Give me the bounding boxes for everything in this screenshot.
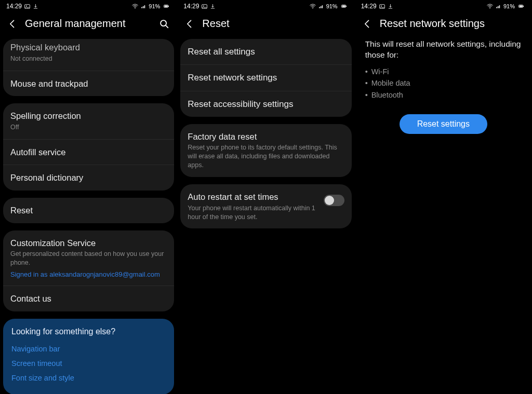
item-autofill-service[interactable]: Autofill service (3, 139, 174, 165)
suggestion-link-navigation-bar[interactable]: Navigation bar (11, 342, 166, 356)
signal-icon (318, 3, 325, 10)
reset-settings-button[interactable]: Reset settings (400, 114, 487, 134)
back-button[interactable] (184, 19, 195, 29)
group-factory-reset: Factory data reset Reset your phone to i… (180, 124, 351, 177)
group-text-input: Spelling correction Off Autofill service… (3, 103, 174, 191)
item-subtitle: Not connected (10, 55, 167, 63)
status-bar: 14:29 91% (0, 0, 177, 12)
gallery-icon (201, 3, 208, 10)
page-title: Reset network settings (380, 18, 525, 30)
item-subtitle: Your phone will restart automatically wi… (188, 204, 318, 222)
screen-reset-network-settings: 14:29 91% Reset network settings This wi… (355, 0, 532, 394)
item-account-link[interactable]: Signed in as aleksandarognjanovic89@gmai… (10, 270, 167, 278)
list-item: Wi-Fi (365, 66, 522, 77)
status-time: 14:29 (361, 3, 377, 10)
reset-network-description: This will reset all network settings, in… (365, 39, 522, 61)
auto-restart-toggle[interactable] (324, 195, 344, 206)
header: Reset (177, 12, 354, 39)
back-button[interactable] (362, 19, 373, 29)
item-title: Mouse and trackpad (10, 78, 167, 89)
item-title: Reset network settings (188, 72, 344, 83)
page-title: Reset (202, 18, 347, 30)
status-time: 14:29 (6, 3, 22, 10)
item-factory-data-reset[interactable]: Factory data reset Reset your phone to i… (180, 124, 351, 177)
header: General management (0, 12, 177, 39)
battery-icon (162, 3, 171, 9)
item-title: Contact us (10, 293, 167, 304)
suggestion-link-screen-timeout[interactable]: Screen timeout (11, 356, 166, 371)
list-item: Mobile data (365, 77, 522, 89)
battery-icon (339, 3, 349, 9)
page-title: General management (25, 18, 151, 30)
status-bar: 14:29 91% (355, 0, 532, 12)
item-title: Reset all settings (188, 46, 344, 57)
suggestions-heading: Looking for something else? (11, 327, 166, 336)
item-spelling-correction[interactable]: Spelling correction Off (3, 103, 174, 139)
gallery-icon (24, 3, 31, 10)
item-title: Customization Service (10, 238, 167, 249)
screen-general-management: 14:29 91% General management Physical ke… (0, 0, 177, 394)
item-title: Spelling correction (10, 111, 167, 121)
back-button[interactable] (7, 19, 18, 29)
battery-icon (516, 3, 526, 9)
item-subtitle: Off (10, 123, 167, 132)
item-title: Reset accessibility settings (188, 99, 344, 110)
suggestions-card: Looking for something else? Navigation b… (3, 319, 174, 395)
item-reset-accessibility-settings[interactable]: Reset accessibility settings (180, 91, 351, 117)
item-personal-dictionary[interactable]: Personal dictionary (3, 165, 174, 191)
download-icon (33, 4, 38, 9)
wifi-icon (486, 3, 494, 10)
download-icon (388, 4, 393, 9)
item-physical-keyboard[interactable]: Physical keyboard Not connected (3, 39, 174, 71)
search-button[interactable] (158, 18, 170, 30)
item-auto-restart[interactable]: Auto restart at set times Your phone wil… (180, 184, 351, 228)
signal-icon (495, 3, 502, 10)
status-battery-pct: 91% (149, 3, 160, 9)
status-time: 14:29 (183, 3, 199, 10)
item-title: Autofill service (10, 147, 167, 158)
status-battery-pct: 91% (503, 3, 515, 9)
item-title: Factory data reset (188, 131, 344, 142)
item-subtitle: Get personalized content based on how yo… (10, 250, 167, 267)
wifi-icon (309, 3, 316, 10)
header: Reset network settings (355, 12, 532, 39)
group-reset: Reset (3, 198, 174, 223)
group-input-devices: Physical keyboard Not connected Mouse an… (3, 39, 174, 96)
item-title: Physical keyboard (10, 42, 167, 53)
status-bar: 14:29 91% (177, 0, 354, 12)
item-reset-network-settings[interactable]: Reset network settings (180, 64, 351, 90)
item-contact-us[interactable]: Contact us (3, 286, 174, 311)
item-subtitle: Reset your phone to its factory default … (188, 143, 344, 170)
item-title: Personal dictionary (10, 172, 167, 183)
item-customization-service[interactable]: Customization Service Get personalized c… (3, 230, 174, 286)
reset-network-list: Wi-Fi Mobile data Bluetooth (365, 66, 522, 101)
item-reset-all-settings[interactable]: Reset all settings (180, 39, 351, 64)
gallery-icon (379, 3, 385, 10)
item-reset[interactable]: Reset (3, 198, 174, 223)
signal-icon (140, 3, 147, 10)
screen-reset: 14:29 91% Reset Reset all settings Reset… (177, 0, 354, 394)
suggestion-link-font-size[interactable]: Font size and style (11, 371, 166, 385)
group-reset-options: Reset all settings Reset network setting… (180, 39, 351, 117)
item-title: Reset (10, 205, 167, 216)
group-auto-restart: Auto restart at set times Your phone wil… (180, 184, 351, 228)
group-services: Customization Service Get personalized c… (3, 230, 174, 311)
wifi-icon (131, 3, 139, 10)
download-icon (210, 4, 216, 9)
item-title: Auto restart at set times (188, 192, 318, 202)
item-mouse-trackpad[interactable]: Mouse and trackpad (3, 71, 174, 97)
list-item: Bluetooth (365, 89, 522, 101)
status-battery-pct: 91% (326, 3, 338, 9)
